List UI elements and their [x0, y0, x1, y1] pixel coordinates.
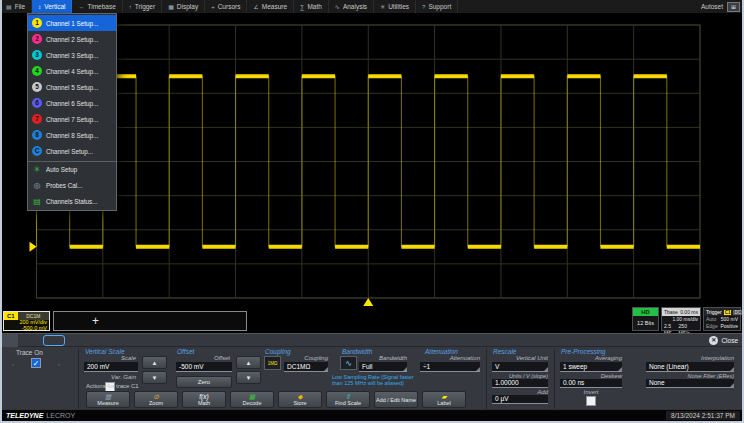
c1-trace-descriptor[interactable]: C1 DC1M 200 mV/div -500.0 mV	[3, 311, 50, 331]
interpolation-combo[interactable]: None (Linear)	[646, 362, 734, 372]
menu-item-label: File	[15, 3, 25, 10]
menu-item-label: Cursors	[218, 3, 241, 10]
trace-action-button[interactable]: ◆ Store	[278, 391, 322, 408]
channel-badge-icon: 2	[32, 34, 42, 44]
dropdown-menu-item[interactable]: 3 Channel 3 Setup...	[28, 47, 116, 63]
menu-item[interactable]: ↕ Vertical	[32, 0, 72, 13]
menu-item[interactable]: ∿ Analysis	[329, 0, 374, 13]
trace-action-button[interactable]: ▦ Decode	[230, 391, 274, 408]
action-label: Zoom	[149, 400, 163, 406]
action-label: Store	[293, 400, 306, 406]
channel-chip[interactable]	[132, 336, 152, 345]
autoset-button[interactable]: Autoset ⊞	[697, 0, 744, 13]
dropdown-item-label: Channel 1 Setup...	[46, 20, 98, 27]
trace-action-button[interactable]: ⇕ Find Scale	[326, 391, 370, 408]
menu-item[interactable]: ? Support	[416, 0, 458, 13]
timebase-scale: 1.00 ms/div	[672, 316, 698, 323]
panel-divider	[78, 349, 79, 409]
trace-on-checkbox[interactable]: ✓	[31, 358, 41, 368]
dropdown-menu-item[interactable]: ◎ Probes Cal...	[28, 177, 116, 193]
trace-action-button[interactable]: ▥ Measure	[86, 391, 130, 408]
coupling-combo[interactable]: DC1MΩ	[284, 362, 328, 372]
hd-mode-box[interactable]: HD 12 Bits	[632, 307, 659, 331]
scale-field[interactable]: 200 mV	[84, 362, 138, 372]
next-channel-arrow[interactable]: ›	[58, 361, 60, 367]
add-field[interactable]: 0 µV	[492, 395, 548, 404]
timebase-label: Tbase	[664, 309, 678, 315]
dropdown-item-label: Channel 3 Setup...	[46, 52, 98, 59]
trigger-coupling-badge: DC	[733, 310, 742, 315]
channel-chip[interactable]	[176, 336, 196, 345]
averaging-combo[interactable]: 1 sweep	[560, 362, 622, 372]
vertical-unit-combo[interactable]: V	[492, 362, 548, 372]
trigger-source-badge: C1	[724, 310, 732, 315]
touchscreen-icon[interactable]: ⊞	[727, 2, 740, 12]
window-edge-left	[0, 0, 2, 423]
menu-item[interactable]: ▦ Display	[162, 0, 205, 13]
offset-down-button[interactable]: ▼	[236, 371, 261, 384]
attenuation-combo[interactable]: ÷1	[420, 362, 480, 372]
trigger-box[interactable]: Trigger C1 DC Auto 500 mV Edge Positive	[703, 307, 741, 331]
dropdown-menu-item[interactable]: C Channel Setup...	[28, 143, 116, 159]
noise-filter-combo[interactable]: None	[646, 379, 734, 388]
panel-tab[interactable]	[0, 334, 18, 347]
dropdown-item-label: Channel 4 Setup...	[46, 68, 98, 75]
scale-up-button[interactable]: ▲	[142, 356, 167, 369]
deskew-field[interactable]: 0.00 ns	[560, 379, 622, 388]
units-per-v-field[interactable]: 1.00000	[492, 379, 548, 388]
dropdown-menu-item[interactable]: 1 Channel 1 Setup...	[28, 15, 116, 31]
close-icon[interactable]: ✕	[709, 336, 718, 345]
channel-chip[interactable]	[198, 336, 218, 345]
menu-item-label: Display	[177, 3, 198, 10]
menu-item[interactable]: + Cursors	[205, 0, 247, 13]
menu-item[interactable]: ✳ Utilities	[374, 0, 416, 13]
menu-item-label: Analysis	[343, 3, 367, 10]
offset-label: Offset	[176, 355, 230, 361]
close-button[interactable]: ✕ Close	[709, 336, 738, 345]
add-trace-box[interactable]: +	[53, 311, 247, 331]
dropdown-menu-item[interactable]: 7 Channel 7 Setup...	[28, 111, 116, 127]
trace-action-button[interactable]: ▰ Label	[422, 391, 466, 408]
menu-item[interactable]: ∠ Measure	[247, 0, 294, 13]
add-trace-plus-icon[interactable]: +	[92, 314, 99, 328]
action-icon: ▦	[249, 393, 255, 400]
menu-item-icon: ↕	[38, 4, 41, 10]
dropdown-menu-item[interactable]: ✳ Auto Setup	[28, 161, 116, 177]
menu-item-label: Utilities	[388, 3, 409, 10]
zero-offset-button[interactable]: Zero	[176, 376, 232, 388]
timebase-box[interactable]: Tbase 0.00 ms 1.00 ms/div 2.5 MS 250 MS/…	[661, 307, 701, 331]
dropdown-menu-item[interactable]: ▤ Channels Status...	[28, 193, 116, 209]
prev-channel-arrow[interactable]: ‹	[12, 361, 14, 367]
trace-action-button[interactable]: f(x) Math	[182, 391, 226, 408]
panel-tab[interactable]	[18, 334, 36, 347]
offset-up-button[interactable]: ▲	[236, 356, 261, 369]
trace-action-button[interactable]: Add / Edit Name	[374, 391, 418, 408]
menu-item-icon: ↑	[129, 4, 132, 10]
channel-chip-row	[44, 336, 218, 345]
channel-chip[interactable]	[110, 336, 130, 345]
invert-checkbox[interactable]	[586, 396, 596, 406]
channel-chip[interactable]	[88, 336, 108, 345]
dropdown-menu-item[interactable]: 5 Channel 5 Setup...	[28, 79, 116, 95]
action-icon: ⊙	[153, 393, 158, 400]
dropdown-menu-item[interactable]: 8 Channel 8 Setup...	[28, 127, 116, 143]
scale-down-button[interactable]: ▼	[142, 371, 167, 384]
channel-chip[interactable]	[44, 336, 64, 345]
c1-offset-value: -500.0 mV	[4, 326, 49, 332]
offset-field[interactable]: -500 mV	[176, 362, 232, 372]
action-label: Measure	[97, 400, 118, 406]
menu-item[interactable]: ↔ Timebase	[72, 0, 122, 13]
channel-chip[interactable]	[154, 336, 174, 345]
menu-item-label: Math	[307, 3, 321, 10]
bandwidth-combo[interactable]: Full	[359, 362, 407, 372]
trace-action-button[interactable]: ⊙ Zoom	[134, 391, 178, 408]
menu-item[interactable]: ∑ Math	[294, 0, 329, 13]
dropdown-menu-item[interactable]: 2 Channel 2 Setup...	[28, 31, 116, 47]
dropdown-item-label: Channel 2 Setup...	[46, 36, 98, 43]
menu-item[interactable]: ▤ File	[0, 0, 32, 13]
channel-chip[interactable]	[66, 336, 86, 345]
dropdown-menu-item[interactable]: 6 Channel 6 Setup...	[28, 95, 116, 111]
menu-item[interactable]: ↑ Trigger	[123, 0, 162, 13]
scale-label: Scale	[84, 355, 136, 361]
dropdown-menu-item[interactable]: 4 Channel 4 Setup...	[28, 63, 116, 79]
